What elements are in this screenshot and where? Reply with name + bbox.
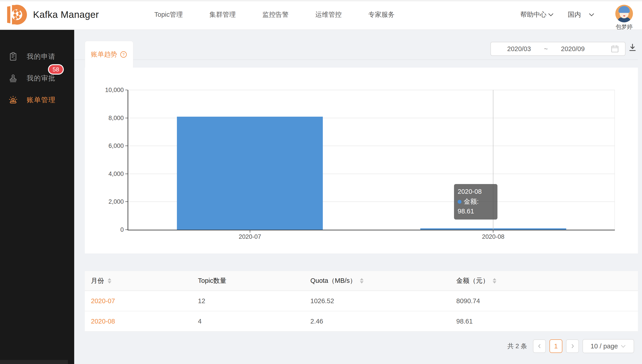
y-axis-tick xyxy=(125,146,128,146)
top-edge-strip xyxy=(0,0,642,1)
table-cell: 98.61 xyxy=(450,318,638,325)
nav-expert-service[interactable]: 专家服务 xyxy=(368,10,394,19)
page-number-button[interactable]: 1 xyxy=(549,339,562,353)
total-count-label: 共 2 条 xyxy=(507,342,527,350)
svg-text:?: ? xyxy=(122,52,124,57)
main-nav: Topic管理 集群管理 监控告警 运维管控 专家服务 xyxy=(154,10,394,19)
pagination: 共 2 条 1 10 / page xyxy=(507,339,634,353)
sidebar-item-billing-management[interactable]: 账单管理 xyxy=(0,89,74,111)
sidebar-item-label: 账单管理 xyxy=(27,96,56,105)
column-header-2[interactable]: Quota（MB/s） xyxy=(304,276,450,285)
calendar-icon xyxy=(610,44,619,53)
billing-table-card: 月份Topic数量Quota（MB/s）金额（元） 2020-07121026.… xyxy=(85,271,638,332)
y-axis-tick-label: 6,000 xyxy=(108,142,124,150)
y-axis-tick-label: 0 xyxy=(120,226,124,233)
tab-label: 账单趋势 xyxy=(91,50,117,59)
sidebar: 我的申请 我的审批 58 账单管理 xyxy=(0,30,74,364)
column-header-0[interactable]: 月份 xyxy=(85,276,192,285)
user-profile[interactable]: 包梦婷 xyxy=(615,5,633,30)
column-header-label: 金额（元） xyxy=(456,276,489,285)
table-row: 2020-0842.4698.61 xyxy=(85,311,638,332)
date-range-picker[interactable]: 2020/03 ~ 2020/09 xyxy=(490,42,625,56)
y-axis-tick xyxy=(125,230,128,230)
x-axis-tick-label: 2020-08 xyxy=(482,233,504,240)
month-link-cell[interactable]: 2020-07 xyxy=(85,297,192,305)
avatar[interactable] xyxy=(615,5,633,22)
table-body: 2020-07121026.528090.742020-0842.4698.61 xyxy=(85,291,638,332)
help-circle-icon[interactable]: ? xyxy=(120,51,127,58)
bar-chart-plot-area[interactable]: 02,0004,0006,0008,00010,0002020-072020-0… xyxy=(128,90,615,230)
y-axis-tick xyxy=(125,118,128,118)
column-header-label: Quota（MB/s） xyxy=(310,276,356,285)
x-axis-tick xyxy=(493,230,493,233)
chevron-left-icon xyxy=(537,343,542,349)
y-gridline xyxy=(128,90,615,90)
chart-bar[interactable] xyxy=(177,117,323,230)
y-axis-line xyxy=(128,90,128,230)
sidebar-footer-strip xyxy=(0,360,68,364)
column-header-label: Topic数量 xyxy=(198,276,226,285)
sort-carets-icon[interactable] xyxy=(108,278,111,284)
sort-carets-icon[interactable] xyxy=(493,278,496,284)
date-range-separator: ~ xyxy=(544,45,548,53)
table-cell: 2.46 xyxy=(304,318,450,325)
next-page-button[interactable] xyxy=(566,339,579,353)
prev-page-button[interactable] xyxy=(533,339,546,353)
chevron-down-icon xyxy=(548,13,554,16)
sidebar-item-my-approvals[interactable]: 我的审批 58 xyxy=(0,67,74,89)
sort-carets-icon[interactable] xyxy=(360,278,364,284)
y-axis-tick-label: 2,000 xyxy=(108,198,124,205)
x-axis-tick-label: 2020-07 xyxy=(239,233,261,240)
chevron-down-icon xyxy=(620,344,626,348)
alarm-icon xyxy=(9,96,18,104)
chart-tooltip: 2020-08 金额: 98.61 xyxy=(454,184,497,220)
plot-right-border xyxy=(614,90,615,230)
download-icon[interactable] xyxy=(627,42,637,52)
y-axis-tick-label: 10,000 xyxy=(105,86,124,94)
help-center-menu[interactable]: 帮助中心 xyxy=(520,10,554,19)
y-axis-tick-label: 8,000 xyxy=(108,114,124,122)
x-axis-tick xyxy=(250,230,250,233)
y-axis-tick xyxy=(125,174,128,174)
nav-topic-management[interactable]: Topic管理 xyxy=(154,10,183,19)
chevron-down-icon xyxy=(589,13,594,16)
approvals-count-badge: 58 xyxy=(48,64,64,74)
region-select[interactable]: 国内 xyxy=(568,10,594,19)
table-header-row: 月份Topic数量Quota（MB/s）金额（元） xyxy=(85,271,638,291)
region-label: 国内 xyxy=(568,10,581,19)
sidebar-item-my-applications[interactable]: 我的申请 xyxy=(0,46,74,67)
table-cell: 8090.74 xyxy=(450,297,638,305)
stamp-icon xyxy=(9,74,18,83)
page-size-value: 10 / page xyxy=(591,342,618,350)
nav-monitor-alert[interactable]: 监控告警 xyxy=(262,10,289,19)
tab-billing-trend[interactable]: 账单趋势 ? xyxy=(85,41,133,68)
clipboard-icon xyxy=(9,52,18,61)
nav-cluster-management[interactable]: 集群管理 xyxy=(210,10,236,19)
y-axis-tick-label: 4,000 xyxy=(108,170,124,177)
chevron-right-icon xyxy=(570,343,575,349)
table-cell: 1026.52 xyxy=(304,297,450,305)
column-header-3[interactable]: 金额（元） xyxy=(450,276,638,285)
month-link-cell[interactable]: 2020-08 xyxy=(85,318,192,325)
column-header-label: 月份 xyxy=(91,276,104,285)
table-cell: 4 xyxy=(192,318,304,325)
user-name: 包梦婷 xyxy=(616,23,633,30)
y-axis-tick xyxy=(125,90,128,90)
column-header-1: Topic数量 xyxy=(192,276,304,285)
tooltip-title: 2020-08 xyxy=(458,187,493,197)
app-logo-icon xyxy=(6,4,27,26)
table-cell: 12 xyxy=(192,297,304,305)
billing-trend-chart-card: 02,0004,0006,0008,00010,0002020-072020-0… xyxy=(85,68,638,254)
sidebar-item-label: 我的申请 xyxy=(27,52,56,61)
series-dot-icon xyxy=(458,200,461,204)
app-title: Kafka Manager xyxy=(33,9,99,20)
header-right-cluster: 帮助中心 国内 包梦婷 xyxy=(520,0,633,30)
page-size-select[interactable]: 10 / page xyxy=(582,339,634,353)
x-axis-line xyxy=(128,230,615,230)
main-content: 账单趋势 ? 2020/03 ~ 2020/09 02,0004,0006,00… xyxy=(74,30,642,364)
date-start-value[interactable]: 2020/03 xyxy=(507,45,531,53)
nav-ops-control[interactable]: 运维管控 xyxy=(315,10,342,19)
tooltip-value-line: 金额: 98.61 xyxy=(458,197,493,216)
sidebar-item-label: 我的审批 xyxy=(27,74,56,83)
date-end-value[interactable]: 2020/09 xyxy=(561,45,585,53)
